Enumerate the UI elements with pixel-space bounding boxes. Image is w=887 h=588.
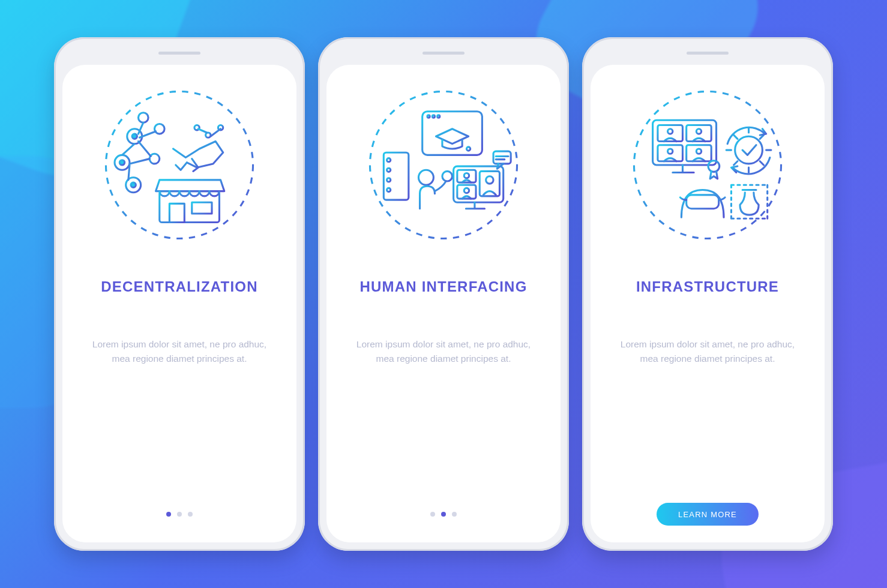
svg-point-48 (735, 136, 763, 164)
onboarding-screen-1: DECENTRALIZATION Lorem ipsum dolor sit a… (62, 65, 296, 542)
svg-point-20 (437, 115, 440, 118)
svg-rect-38 (653, 120, 717, 165)
svg-point-19 (432, 115, 434, 118)
pager-dots (430, 512, 457, 517)
phone-frame-2: HUMAN INTERFACING Lorem ipsum dolor sit … (318, 37, 569, 551)
pager-dots (166, 512, 193, 517)
pager-dot-1[interactable] (430, 512, 435, 517)
svg-point-47 (708, 161, 720, 172)
pager-dot-3[interactable] (188, 512, 193, 517)
onboarding-screen-3: INFRASTRUCTURE Lorem ipsum dolor sit ame… (591, 65, 825, 542)
onboarding-screen-2: HUMAN INTERFACING Lorem ipsum dolor sit … (326, 65, 561, 542)
svg-point-40 (668, 129, 673, 134)
learn-more-button[interactable]: LEARN MORE (657, 503, 759, 526)
svg-point-24 (387, 168, 391, 172)
infrastructure-icon (627, 84, 789, 246)
card-title: INFRASTRUCTURE (636, 278, 779, 295)
svg-point-26 (387, 188, 391, 191)
svg-point-21 (466, 147, 470, 151)
card-title: HUMAN INTERFACING (359, 278, 527, 295)
svg-rect-14 (169, 203, 184, 222)
svg-rect-49 (687, 195, 719, 209)
svg-point-31 (464, 173, 469, 178)
svg-point-18 (427, 115, 430, 118)
decentralization-icon (98, 84, 260, 246)
phone-frame-3: INFRASTRUCTURE Lorem ipsum dolor sit ame… (582, 37, 833, 551)
pager-dot-1[interactable] (166, 512, 171, 517)
card-description: Lorem ipsum dolor sit amet, ne pro adhuc… (89, 337, 269, 366)
svg-point-33 (464, 188, 469, 193)
svg-rect-36 (493, 151, 511, 164)
svg-point-9 (131, 182, 136, 187)
svg-point-7 (119, 160, 124, 165)
card-title: DECENTRALIZATION (101, 278, 257, 295)
pager-dot-2[interactable] (441, 512, 446, 517)
svg-point-23 (387, 158, 391, 162)
pager-dot-3[interactable] (452, 512, 457, 517)
svg-point-12 (154, 124, 164, 134)
card-description: Lorem ipsum dolor sit amet, ne pro adhuc… (618, 337, 798, 366)
human-interfacing-icon (362, 84, 525, 246)
svg-rect-15 (192, 202, 212, 214)
svg-point-46 (696, 149, 701, 154)
svg-point-44 (668, 149, 673, 154)
svg-point-27 (418, 170, 433, 185)
svg-point-0 (106, 91, 253, 238)
svg-point-42 (696, 129, 701, 134)
svg-point-35 (486, 176, 493, 184)
svg-point-11 (138, 113, 148, 123)
svg-point-16 (370, 91, 517, 238)
svg-point-5 (132, 134, 137, 139)
pager-dot-2[interactable] (177, 512, 182, 517)
phone-frame-1: DECENTRALIZATION Lorem ipsum dolor sit a… (54, 37, 305, 551)
svg-rect-13 (160, 191, 220, 223)
svg-point-28 (442, 171, 453, 181)
card-description: Lorem ipsum dolor sit amet, ne pro adhuc… (353, 337, 534, 366)
svg-point-25 (387, 178, 391, 182)
